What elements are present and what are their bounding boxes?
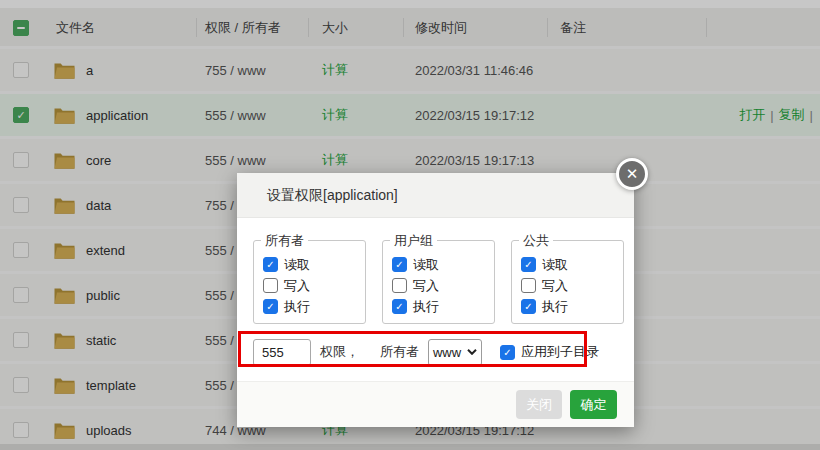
file-manager-page: 文件名 权限 / 所有者 大小 修改时间 备注 a 755 / www 计算 2… — [0, 0, 820, 450]
checkbox-label: 写入 — [284, 277, 310, 295]
checkbox-label: 读取 — [542, 256, 568, 274]
public-fieldset: 公共 读取 写入 执行 — [511, 240, 624, 324]
public-read-checkbox[interactable] — [521, 257, 536, 272]
fieldset-legend: 用户组 — [390, 232, 437, 250]
owner-read-checkbox[interactable] — [263, 257, 278, 272]
group-write-checkbox[interactable] — [392, 278, 407, 293]
owner-label: 所有者 — [380, 343, 419, 361]
perm-value-input[interactable] — [253, 339, 311, 366]
public-exec-checkbox[interactable] — [521, 299, 536, 314]
apply-subdir-checkbox[interactable] — [500, 345, 515, 360]
apply-subdir-label: 应用到子目录 — [521, 343, 599, 361]
group-exec-checkbox[interactable] — [392, 299, 407, 314]
perm-input-row: 权限， 所有者 www 应用到子目录 — [237, 337, 634, 367]
checkbox-label: 读取 — [413, 256, 439, 274]
checkbox-label: 执行 — [542, 298, 568, 316]
owner-write-checkbox[interactable] — [263, 278, 278, 293]
checkbox-label: 读取 — [284, 256, 310, 274]
set-permissions-modal: ✕ 设置权限[application] 所有者 读取 写入 执行 用户组 读取 … — [237, 173, 634, 427]
owner-select[interactable]: www — [428, 339, 482, 366]
checkbox-label: 执行 — [284, 298, 310, 316]
perm-label: 权限， — [320, 343, 359, 361]
owner-fieldset: 所有者 读取 写入 执行 — [253, 240, 366, 324]
checkbox-label: 写入 — [413, 277, 439, 295]
group-read-checkbox[interactable] — [392, 257, 407, 272]
close-button[interactable]: 关闭 — [516, 390, 562, 419]
checkbox-label: 写入 — [542, 277, 568, 295]
group-fieldset: 用户组 读取 写入 执行 — [382, 240, 495, 324]
checkbox-label: 执行 — [413, 298, 439, 316]
owner-exec-checkbox[interactable] — [263, 299, 278, 314]
fieldset-legend: 所有者 — [261, 232, 308, 250]
confirm-button[interactable]: 确定 — [570, 390, 617, 419]
fieldset-legend: 公共 — [519, 232, 553, 250]
chevron-down-icon — [467, 349, 477, 355]
public-write-checkbox[interactable] — [521, 278, 536, 293]
modal-footer: 关闭 确定 — [237, 381, 634, 427]
owner-select-value: www — [433, 345, 461, 360]
modal-title: 设置权限[application] — [237, 173, 634, 218]
close-icon: ✕ — [626, 165, 639, 183]
modal-close-button[interactable]: ✕ — [616, 158, 648, 190]
